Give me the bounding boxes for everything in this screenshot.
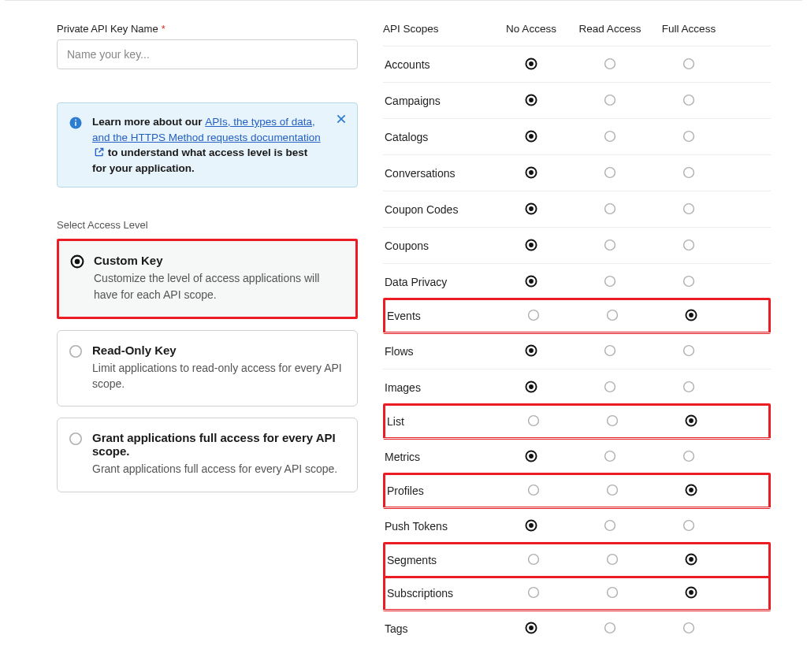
scope-full-radio[interactable] <box>682 380 696 394</box>
scope-full-radio[interactable] <box>682 274 696 288</box>
scope-read-radio[interactable] <box>605 308 619 322</box>
scope-full-radio[interactable] <box>684 308 698 322</box>
scope-full-radio[interactable] <box>682 165 696 180</box>
scope-none-radio[interactable] <box>524 129 538 143</box>
svg-point-8 <box>529 61 534 66</box>
scope-name: Accounts <box>383 58 492 71</box>
scope-read-radio[interactable] <box>603 343 617 358</box>
access-radio-0[interactable] <box>70 254 84 269</box>
svg-point-14 <box>684 95 694 105</box>
svg-point-40 <box>529 348 534 353</box>
scope-none-radio[interactable] <box>524 274 538 288</box>
svg-point-56 <box>608 485 618 496</box>
scope-row-flows: Flows <box>383 332 771 369</box>
svg-point-72 <box>529 626 534 630</box>
scope-full-radio[interactable] <box>684 414 698 428</box>
svg-point-36 <box>608 310 618 321</box>
scope-read-radio[interactable] <box>605 585 619 600</box>
scope-row-coupons: Coupons <box>383 227 771 263</box>
scope-read-radio[interactable] <box>603 518 617 533</box>
scope-none-radio[interactable] <box>526 483 541 497</box>
scope-read-radio[interactable] <box>603 202 617 216</box>
scope-read-radio[interactable] <box>603 93 617 107</box>
scope-read-radio[interactable] <box>605 483 619 497</box>
scope-full-radio[interactable] <box>684 585 698 600</box>
scope-none-radio[interactable] <box>524 57 538 71</box>
scope-none-radio[interactable] <box>526 552 541 566</box>
svg-point-64 <box>608 555 618 565</box>
svg-point-24 <box>529 206 534 211</box>
svg-point-73 <box>605 622 615 633</box>
scope-row-subscriptions: Subscriptions <box>383 575 771 611</box>
svg-point-53 <box>605 451 615 461</box>
scope-read-radio[interactable] <box>603 449 617 463</box>
scope-none-radio[interactable] <box>524 621 538 635</box>
scope-full-radio[interactable] <box>682 57 696 71</box>
scope-none-radio[interactable] <box>524 343 538 358</box>
svg-point-12 <box>529 98 534 102</box>
scope-full-radio[interactable] <box>684 552 698 566</box>
scope-read-radio[interactable] <box>603 129 617 143</box>
scope-read-radio[interactable] <box>605 414 619 428</box>
scope-none-radio[interactable] <box>526 308 541 322</box>
access-radio-2[interactable] <box>69 432 83 446</box>
scope-none-radio[interactable] <box>526 585 541 600</box>
scope-row-tags: Tags <box>383 610 771 646</box>
close-icon[interactable] <box>335 113 348 128</box>
scope-full-radio[interactable] <box>684 483 698 497</box>
scope-full-radio[interactable] <box>682 238 696 252</box>
scope-full-radio[interactable] <box>682 202 696 216</box>
scope-read-radio[interactable] <box>603 57 617 71</box>
svg-point-10 <box>684 58 694 69</box>
svg-point-68 <box>608 587 618 597</box>
scope-none-radio[interactable] <box>524 518 538 533</box>
scope-read-radio[interactable] <box>603 238 617 252</box>
svg-point-18 <box>684 131 694 141</box>
scope-none-radio[interactable] <box>524 449 538 463</box>
svg-point-9 <box>605 58 615 69</box>
scope-none-radio[interactable] <box>524 165 538 180</box>
scope-full-radio[interactable] <box>682 449 696 463</box>
external-link-icon <box>94 147 105 158</box>
svg-point-60 <box>529 523 534 528</box>
svg-point-47 <box>529 416 539 426</box>
access-title-0: Custom Key <box>94 254 341 267</box>
scope-name: Campaigns <box>383 95 492 107</box>
svg-point-42 <box>684 345 694 355</box>
svg-point-67 <box>529 587 539 597</box>
scope-full-radio[interactable] <box>682 621 696 635</box>
scope-read-radio[interactable] <box>603 165 617 180</box>
scope-read-radio[interactable] <box>603 621 617 635</box>
scope-none-radio[interactable] <box>526 414 541 428</box>
scope-name: Data Privacy <box>383 276 492 288</box>
scope-row-profiles: Profiles <box>383 473 771 509</box>
access-desc-1: Limit applications to read-only access f… <box>92 360 343 392</box>
access-option-1[interactable]: Read-Only Key Limit applications to read… <box>57 330 358 407</box>
scope-read-radio[interactable] <box>605 552 619 566</box>
svg-point-25 <box>605 203 615 213</box>
scope-none-radio[interactable] <box>524 202 538 216</box>
access-option-0[interactable]: Custom Key Customize the level of access… <box>57 239 358 319</box>
scope-name: Segments <box>385 554 494 566</box>
scope-full-radio[interactable] <box>682 343 696 358</box>
svg-point-44 <box>529 384 534 389</box>
scope-none-radio[interactable] <box>524 238 538 252</box>
scope-full-radio[interactable] <box>682 129 696 143</box>
scope-full-radio[interactable] <box>682 93 696 107</box>
svg-point-29 <box>605 239 615 250</box>
scope-read-radio[interactable] <box>603 274 617 288</box>
scope-name: List <box>385 415 494 428</box>
access-radio-1[interactable] <box>69 344 83 358</box>
scope-none-radio[interactable] <box>524 93 538 107</box>
scope-full-radio[interactable] <box>682 518 696 533</box>
svg-point-62 <box>684 520 694 530</box>
access-level-label: Select Access Level <box>57 219 358 231</box>
scope-row-push-tokens: Push Tokens <box>383 507 771 544</box>
svg-point-30 <box>684 239 694 250</box>
scope-read-radio[interactable] <box>603 380 617 394</box>
access-option-2[interactable]: Grant applications full access for every… <box>57 418 358 492</box>
svg-point-16 <box>529 134 534 139</box>
key-name-input[interactable] <box>57 39 358 69</box>
scope-none-radio[interactable] <box>524 380 538 394</box>
scope-row-conversations: Conversations <box>383 154 771 191</box>
